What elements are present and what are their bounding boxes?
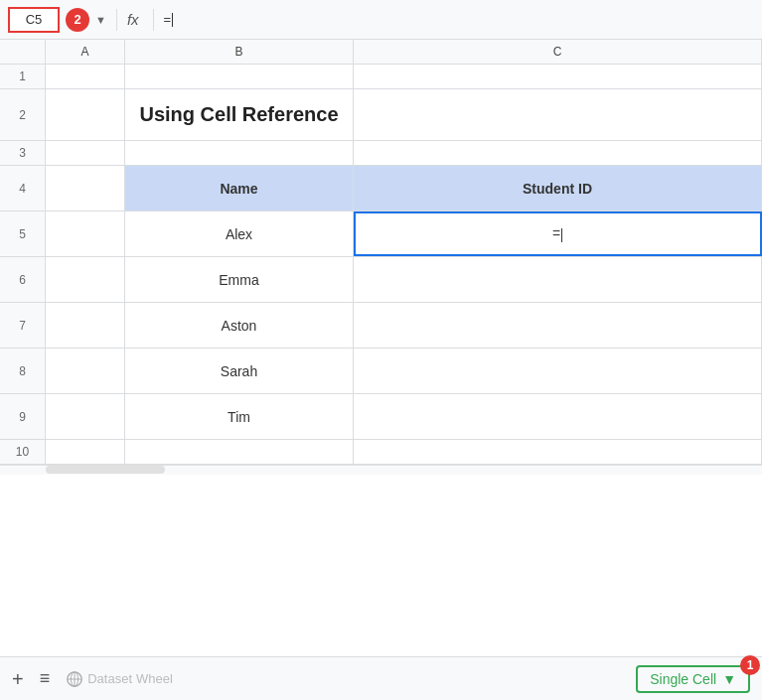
- sheet-tab-arrow: ▼: [722, 671, 736, 687]
- cell-c2[interactable]: [354, 89, 762, 140]
- row-num-1: 1: [0, 65, 46, 88]
- row-num-2: 2: [0, 89, 46, 140]
- cell-a9[interactable]: [46, 394, 125, 439]
- cell-c4[interactable]: Student ID: [354, 166, 762, 210]
- col-header-b[interactable]: B: [125, 40, 354, 64]
- cell-b1[interactable]: [125, 65, 354, 88]
- toolbar-divider-1: [116, 9, 117, 31]
- row-num-9: 9: [0, 394, 46, 439]
- table-row: 9 Tim: [0, 394, 762, 440]
- toolbar-divider-2: [153, 9, 154, 31]
- table-row: 7 Aston: [0, 303, 762, 349]
- cell-b4[interactable]: Name: [125, 166, 354, 210]
- active-cell-content: =: [552, 225, 562, 241]
- sheet-tab-badge: 1: [740, 655, 760, 675]
- cell-c9[interactable]: [354, 394, 762, 439]
- fx-icon: fx: [127, 11, 139, 28]
- cell-b3[interactable]: [125, 141, 354, 165]
- col-header-a[interactable]: A: [46, 40, 125, 64]
- cell-cursor: [561, 228, 562, 242]
- cell-a3[interactable]: [46, 141, 125, 165]
- cell-c1[interactable]: [354, 65, 762, 88]
- row-num-5: 5: [0, 211, 46, 256]
- cell-a6[interactable]: [46, 257, 125, 302]
- row-num-10: 10: [0, 440, 46, 464]
- table-row: 2 Using Cell Reference: [0, 89, 762, 141]
- table-row: 5 Alex =: [0, 211, 762, 257]
- cell-ref-dropdown[interactable]: ▼: [95, 14, 106, 26]
- cell-a1[interactable]: [46, 65, 125, 88]
- formula-bar[interactable]: =: [164, 12, 754, 27]
- sheet-tab-label: Single Cell: [650, 671, 716, 687]
- table-row: 10: [0, 440, 762, 465]
- sheet-tab-wrapper: 1 Single Cell ▼: [636, 665, 750, 693]
- cell-b2[interactable]: Using Cell Reference: [125, 89, 354, 140]
- cell-a5[interactable]: [46, 211, 125, 256]
- cell-b10[interactable]: [125, 440, 354, 464]
- cell-a4[interactable]: [46, 166, 125, 210]
- dataset-logo-icon: [66, 670, 83, 688]
- cell-c5[interactable]: =: [354, 211, 762, 256]
- table-row: 1: [0, 65, 762, 89]
- cell-c7[interactable]: [354, 303, 762, 348]
- cell-b5[interactable]: Alex: [125, 211, 354, 256]
- table-row: 6 Emma: [0, 257, 762, 303]
- toolbar-badge: 2: [66, 8, 89, 32]
- cell-a7[interactable]: [46, 303, 125, 348]
- sheet-name-label2: Wheel: [136, 671, 173, 686]
- cell-b6[interactable]: Emma: [125, 257, 354, 302]
- row-num-header: [0, 40, 46, 64]
- sheet-menu-button[interactable]: ≡: [40, 668, 51, 689]
- scrollbar-area: [0, 465, 762, 475]
- cell-c8[interactable]: [354, 349, 762, 393]
- spreadsheet: A B C 1 2 Using Cell Reference 3 4: [0, 40, 762, 465]
- sheet-tab-name[interactable]: Dataset Wheel: [66, 670, 173, 688]
- cell-c10[interactable]: [354, 440, 762, 464]
- row-num-8: 8: [0, 349, 46, 393]
- bottom-bar: + ≡ Dataset Wheel 1 Single Cell ▼: [0, 656, 762, 700]
- cell-ref-value: C5: [26, 12, 43, 27]
- table-row: 4 Name Student ID: [0, 166, 762, 211]
- col-header-c[interactable]: C: [354, 40, 762, 64]
- table-row: 8 Sarah: [0, 349, 762, 394]
- row-num-7: 7: [0, 303, 46, 348]
- add-sheet-button[interactable]: +: [12, 669, 24, 689]
- horizontal-scrollbar[interactable]: [46, 466, 165, 474]
- cell-b8[interactable]: Sarah: [125, 349, 354, 393]
- cell-c3[interactable]: [354, 141, 762, 165]
- row-num-4: 4: [0, 166, 46, 210]
- column-header-row: A B C: [0, 40, 762, 65]
- cell-a10[interactable]: [46, 440, 125, 464]
- formula-cursor: [172, 13, 173, 27]
- cell-c6[interactable]: [354, 257, 762, 302]
- single-cell-tab[interactable]: Single Cell ▼: [636, 665, 750, 693]
- sheet-name-label: Dataset: [87, 671, 132, 686]
- toolbar: C5 2 ▼ fx =: [0, 0, 762, 40]
- cell-reference-box[interactable]: C5: [8, 7, 60, 33]
- formula-value: =: [164, 12, 172, 27]
- cell-b9[interactable]: Tim: [125, 394, 354, 439]
- cell-a8[interactable]: [46, 349, 125, 393]
- row-num-6: 6: [0, 257, 46, 302]
- cell-b7[interactable]: Aston: [125, 303, 354, 348]
- cell-a2[interactable]: [46, 89, 125, 140]
- row-num-3: 3: [0, 141, 46, 165]
- table-row: 3: [0, 141, 762, 166]
